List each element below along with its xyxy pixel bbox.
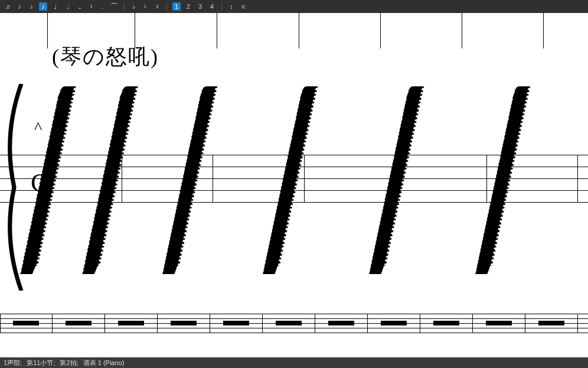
barline — [577, 314, 578, 333]
barline — [577, 155, 578, 202]
toolbar-accidental-sharp[interactable]: ♯ — [153, 2, 161, 11]
multi-measure-rest — [381, 321, 407, 325]
barline — [525, 314, 525, 333]
barline — [0, 314, 1, 333]
barline — [157, 314, 158, 333]
barline — [210, 314, 210, 333]
status-bar: 1声部; 第11小节; 第2拍; 谱表 1 (Piano) — [0, 357, 588, 368]
toolbar-beam[interactable]: ≡ — [239, 2, 247, 11]
barline — [262, 314, 263, 333]
toolbar-note-8[interactable]: ♪ — [39, 2, 47, 11]
barline — [122, 155, 122, 202]
barline — [472, 314, 473, 333]
toolbar-rest[interactable]: 𝄽 — [86, 2, 94, 11]
toolbar-voice-1[interactable]: 1 — [172, 2, 181, 11]
multi-measure-rest — [328, 321, 354, 325]
barline — [380, 13, 381, 48]
accent-marcato: ^ — [34, 118, 42, 137]
barline — [217, 13, 217, 48]
toolbar-accidental-flat[interactable]: ♭ — [129, 2, 138, 11]
barline — [304, 155, 305, 202]
status-beat: 第2拍; — [60, 357, 78, 368]
status-measure: 第11小节; — [27, 357, 55, 368]
barline — [299, 13, 299, 48]
barline — [104, 314, 105, 333]
multi-measure-rest — [276, 321, 302, 325]
barline — [543, 13, 544, 48]
score-subtitle: (琴の怒吼) — [52, 43, 159, 71]
barline — [52, 314, 53, 333]
time-signature: C — [31, 168, 48, 198]
toolbar-note-4[interactable]: ♩ — [51, 2, 59, 11]
toolbar-flip[interactable]: ↕ — [227, 2, 236, 11]
toolbar-dot[interactable]: . — [98, 2, 106, 11]
main-staff — [0, 155, 588, 214]
barline — [315, 314, 315, 333]
barline — [420, 314, 420, 333]
barline — [462, 13, 462, 48]
multi-measure-rest — [13, 321, 39, 325]
status-voice: 1声部; — [4, 357, 22, 368]
toolbar-voice-2[interactable]: 2 — [184, 2, 192, 11]
barline — [47, 13, 48, 48]
toolbar-note-32[interactable]: ♪ — [15, 2, 24, 11]
toolbar-accidental-natural[interactable]: ♮ — [141, 2, 149, 11]
multi-measure-rest — [118, 321, 144, 325]
toolbar-tie[interactable]: ⁀ — [110, 2, 118, 11]
score-canvas[interactable]: (琴の怒吼) ^ C fffffffffffffffffffffffffffff… — [0, 13, 588, 357]
toolbar-separator — [221, 2, 222, 11]
multi-measure-rest — [433, 321, 459, 325]
multi-measure-rest — [538, 321, 564, 325]
barline — [396, 155, 396, 202]
toolbar-note-64[interactable]: ♬ — [4, 2, 12, 11]
toolbar-separator — [166, 2, 167, 11]
percussion-staff — [0, 314, 588, 334]
toolbar-note-16[interactable]: ♪ — [27, 2, 35, 11]
toolbar-note-2[interactable]: 𝅗𝅥 — [63, 2, 71, 11]
barline — [486, 155, 487, 202]
multi-measure-rest — [171, 321, 197, 325]
toolbar-separator — [123, 2, 124, 11]
status-staff: 谱表 1 (Piano) — [83, 357, 125, 368]
top-toolbar: ♬♪♪♪♩𝅗𝅥𝅝𝄽.⁀♭♮♯1234↕≡ — [0, 0, 588, 13]
barline — [367, 314, 368, 333]
toolbar-voice-4[interactable]: 4 — [208, 2, 216, 11]
multi-measure-rest — [486, 321, 512, 325]
multi-measure-rest — [223, 321, 249, 325]
barline — [213, 155, 213, 202]
toolbar-note-1[interactable]: 𝅝 — [74, 2, 83, 11]
multi-measure-rest — [66, 321, 92, 325]
toolbar-voice-3[interactable]: 3 — [196, 2, 204, 11]
